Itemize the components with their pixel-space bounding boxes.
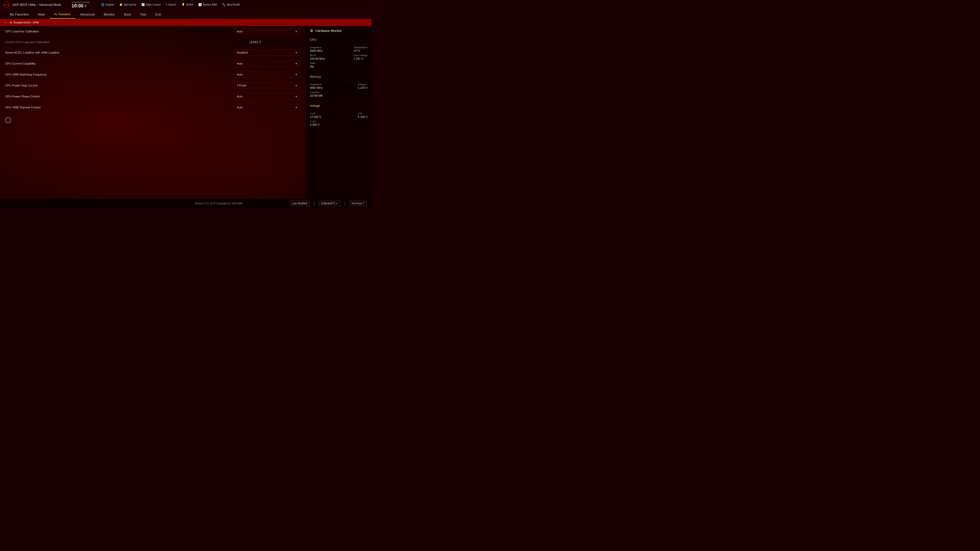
hw-voltage-12-5-row: +12V 12.000 V +5V 5.160 V (310, 112, 368, 118)
hw-cpu-bclk-value: 100.00 MHz (310, 57, 325, 60)
hw-memory-freq-col: Frequency 4800 MHz (310, 83, 323, 89)
hw-cpu-ratio-value: 49x (310, 65, 315, 68)
dropdown-arrow-cpu-vrm-sw-freq: ▼ (295, 73, 298, 76)
hw-cpu-temp-col: Temperature 47°C (354, 46, 368, 52)
top-bar: ROG UEFI BIOS Utility – Advanced Mode 08… (0, 0, 372, 10)
hw-memory-voltage-value: 1.120 V (358, 86, 368, 89)
nav-item-boot[interactable]: Boot (119, 11, 135, 18)
hotkeys-label: Hot Keys (352, 202, 362, 205)
aura-icon: 💡 (181, 3, 185, 6)
hw-cpu-title: CPU (310, 38, 368, 41)
setting-label-cpu-vrm-sw-freq: CPU VRM Switching Frequency (5, 73, 234, 76)
hw-memory-freq-value: 4800 MHz (310, 86, 323, 89)
hw-memory-voltage-label: Voltage (358, 83, 368, 86)
hw-monitor-panel: 🖥 Hardware Monitor CPU Frequency 4900 MH… (306, 26, 372, 198)
setting-dropdown-cpu-power-duty[interactable]: T.Probe ▼ (234, 82, 301, 89)
dropdown-value-cpu-power-duty: T.Probe (237, 84, 247, 87)
monitor-icon: 🖥 (310, 29, 313, 33)
bottom-separator-2: | (344, 201, 345, 206)
setting-label-cpu-llc: CPU Load-line Calibration (5, 30, 234, 33)
info-circle-icon[interactable]: i (5, 117, 11, 123)
resize-icon: 📊 (198, 3, 202, 6)
hw-cpu-ratio-col: Ratio 49x (310, 62, 315, 68)
fan-icon: 🔄 (142, 3, 145, 6)
hw-cpu-freq-temp-row: Frequency 4900 MHz Temperature 47°C (310, 46, 368, 52)
dropdown-value-cpu-llc: Auto (237, 30, 243, 33)
setting-dropdown-cpu-current-cap[interactable]: Auto ▼ (234, 60, 301, 67)
setting-dropdown-cpu-vrm-thermal[interactable]: Auto ▼ (234, 104, 301, 111)
tool-myfavorite-label: MyFavorite (124, 3, 136, 6)
tool-english-label: English (106, 3, 114, 6)
hw-memory-capacity-value: 32768 MB (310, 94, 323, 97)
settings-gear-icon[interactable]: ⚙ (84, 4, 88, 8)
tool-qfan[interactable]: 🔄 Qfan Control (140, 3, 162, 7)
setting-label-synch-acdc: Synch ACDC Loadline with VRM Loadline (5, 51, 234, 54)
nav-item-favorites[interactable]: My Favorites (5, 11, 33, 18)
setting-row-cpu-current-cap: CPU Current Capability Auto ▼ (0, 58, 305, 69)
dropdown-value-cpu-power-phase: Auto (237, 95, 243, 98)
tool-aura-label: AURA (186, 3, 193, 6)
hw-memory-capacity-label: Capacity (310, 91, 323, 94)
nav-item-exit[interactable]: Exit (151, 11, 165, 18)
hw-voltage-33-row: +3.3V 3.360 V (310, 120, 368, 126)
dropdown-arrow-cpu-vrm-thermal: ▼ (295, 106, 298, 109)
nav-item-monitor[interactable]: Monitor (99, 11, 119, 18)
hotkeys-icon: ? (363, 202, 364, 205)
hw-memory-freq-label: Frequency (310, 83, 323, 86)
nav-item-main[interactable]: Main (33, 11, 49, 18)
hw-voltage-12-value: 12.000 V (310, 115, 321, 118)
tool-search[interactable]: ? Search (165, 3, 177, 7)
setting-row-cpu-power-phase: CPU Power Phase Control Auto ▼ (0, 91, 305, 102)
dropdown-arrow-cpu-power-phase: ▼ (295, 95, 298, 98)
hw-memory-voltage-col: Voltage 1.120 V (358, 83, 368, 89)
setting-row-synch-acdc: Synch ACDC Loadline with VRM Loadline Di… (0, 47, 305, 58)
hw-cpu-bclk-label: BCLK (310, 54, 325, 57)
hotkeys-button[interactable]: Hot Keys ? (349, 201, 366, 206)
nav-bar: My Favorites Main Ai Tweaker Advanced Mo… (0, 10, 372, 19)
nav-item-aitweaker[interactable]: Ai Tweaker (50, 10, 75, 19)
hw-cpu-ratio-row: Ratio 49x (310, 62, 368, 68)
setting-label-current-cpu-llc: Current CPU Load-line Calibration (5, 41, 249, 44)
bios-title: UEFI BIOS Utility – Advanced Mode (12, 3, 61, 6)
tool-myfavorite[interactable]: ⭐ MyFavorite (118, 3, 137, 7)
logo-section: ROG UEFI BIOS Utility – Advanced Mode (3, 1, 61, 8)
hw-voltage-title: Voltage (310, 104, 368, 108)
setting-value-current-cpu-llc: LEVEL 3 (249, 41, 301, 44)
hw-memory-capacity-col: Capacity 32768 MB (310, 91, 323, 97)
last-modified-button[interactable]: Last Modified (290, 201, 310, 206)
hw-divider-voltage (310, 110, 368, 110)
tool-english[interactable]: 🌐 English (100, 3, 115, 7)
setting-dropdown-cpu-power-phase[interactable]: Auto ▼ (234, 93, 301, 100)
ezmode-button[interactable]: EzMode(F7) ↵ (319, 201, 340, 206)
hw-cpu-freq-value: 4900 MHz (310, 49, 323, 52)
tool-search-label: Search (168, 3, 177, 6)
nav-item-tool[interactable]: Tool (135, 11, 151, 18)
hw-memory-title: Memory (310, 75, 368, 79)
breadcrumb-bar: ← Ai Tweaker\DIGI+ VRM (0, 19, 372, 26)
globe-icon: 🌐 (101, 3, 105, 6)
hw-cpu-section: CPU Frequency 4900 MHz Temperature 47°C … (306, 35, 372, 73)
hw-cpu-ratio-label: Ratio (310, 62, 315, 65)
setting-dropdown-synch-acdc[interactable]: Disabled ▼ (234, 49, 301, 56)
setting-row-cpu-power-duty: CPU Power Duty Control T.Probe ▼ (0, 80, 305, 91)
dropdown-value-cpu-vrm-sw-freq: Auto (237, 73, 243, 76)
setting-row-cpu-vrm-thermal: CPU VRM Thermal Control Auto ▼ (0, 102, 305, 113)
dropdown-arrow-synch-acdc: ▼ (295, 51, 298, 54)
tool-resizebar[interactable]: 📊 ReSize BAR (197, 3, 218, 7)
bottom-bar: Version 2.21.1278 Copyright (C) 2022 AMI… (0, 198, 372, 208)
nav-item-advanced[interactable]: Advanced (75, 11, 99, 18)
setting-dropdown-cpu-vrm-sw-freq[interactable]: Auto ▼ (234, 71, 301, 78)
setting-dropdown-cpu-llc[interactable]: Auto ▼ (234, 28, 301, 35)
back-arrow-icon[interactable]: ← (4, 21, 8, 24)
tool-aura[interactable]: 💡 AURA (180, 3, 194, 7)
hw-cpu-bclk-voltage-row: BCLK 100.00 MHz Core Voltage 1.341 V (310, 54, 368, 60)
hw-voltage-33-label: +3.3V (310, 120, 320, 123)
setting-label-cpu-power-duty: CPU Power Duty Control (5, 84, 234, 87)
tool-qfan-label: Qfan Control (146, 3, 161, 6)
dropdown-value-cpu-current-cap: Auto (237, 62, 243, 65)
tool-memtest[interactable]: 🔧 MemTest86 (221, 3, 241, 7)
info-icon-area: i (0, 113, 305, 127)
hw-cpu-corevoltage-value: 1.341 V (353, 57, 368, 60)
setting-label-cpu-power-phase: CPU Power Phase Control (5, 95, 234, 98)
question-icon: ? (165, 3, 167, 6)
